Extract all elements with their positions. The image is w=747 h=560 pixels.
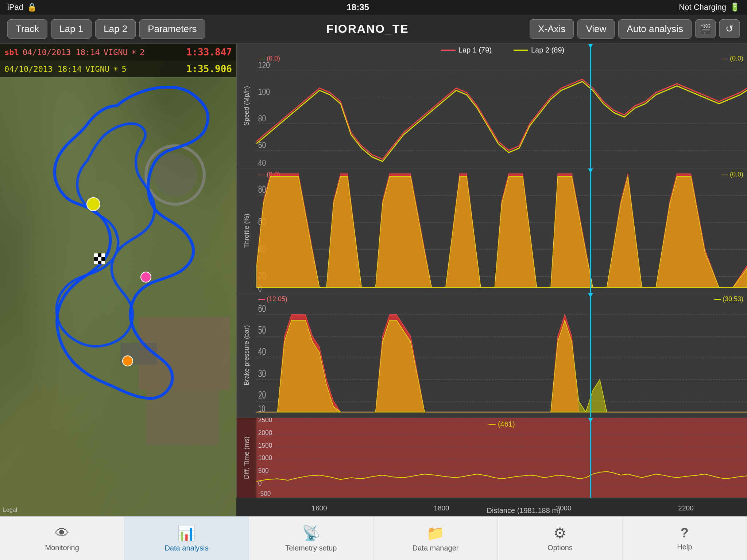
brake-cursor <box>590 293 591 417</box>
telemetry-setup-icon: 📡 <box>302 525 320 542</box>
speed-legend-lap1-label: Lap 1 (79) <box>458 46 492 54</box>
options-icon: ⚙ <box>553 525 566 541</box>
speed-legend-lap2-label: Lap 2 (89) <box>531 46 564 54</box>
speed-chart-content: — (0.0) — (0.0) 120 100 80 60 <box>256 44 747 168</box>
autoanalysis-button[interactable]: Auto analysis <box>618 19 692 39</box>
tab-data-analysis[interactable]: 📊 Data analysis <box>124 517 249 560</box>
lap1-label: sbl <box>4 48 19 57</box>
svg-text:2000: 2000 <box>258 429 272 436</box>
svg-text:80: 80 <box>258 113 266 124</box>
speed-chart: Speed (Mp/h) Lap 1 (79) Lap 2 (89) — (0.… <box>236 44 747 168</box>
tab-monitoring-label: Monitoring <box>45 544 79 552</box>
view-button[interactable]: View <box>577 19 615 39</box>
tab-options-label: Options <box>547 544 573 552</box>
svg-text:100: 100 <box>258 87 270 97</box>
tab-options[interactable]: ⚙ Options <box>498 517 622 560</box>
brake-chart-content: — (12.05) — (30.53) 60 50 40 30 20 10 <box>256 293 747 417</box>
diff-cursor <box>590 418 591 498</box>
track-svg <box>0 44 236 516</box>
charging-status: Not Charging <box>679 3 726 12</box>
svg-point-17 <box>123 356 133 366</box>
lap1-line-indicator <box>441 50 456 51</box>
svg-rect-0 <box>0 44 236 516</box>
svg-marker-38 <box>256 176 747 287</box>
svg-rect-10 <box>94 257 98 261</box>
brake-y-label: Brake pressure (bar) <box>236 293 256 417</box>
tab-monitoring[interactable]: 👁 Monitoring <box>0 517 124 560</box>
diff-y-label: Diff. Time (ms) <box>236 418 256 498</box>
tab-help[interactable]: ? Help <box>623 517 747 560</box>
lap2-button[interactable]: Lap 2 <box>95 19 136 39</box>
diff-chart: Diff. Time (ms) — (461) 2500 2000 1500 1… <box>236 418 747 498</box>
tab-data-manager-label: Data manager <box>413 544 459 552</box>
tab-data-manager[interactable]: 📁 Data manager <box>374 517 498 560</box>
legal-text: Legal <box>3 507 17 513</box>
track-button[interactable]: Track <box>7 19 47 39</box>
lap1-button[interactable]: Lap 1 <box>51 19 92 39</box>
lap2-time: 1:35.906 <box>186 63 232 74</box>
svg-rect-11 <box>98 257 101 261</box>
diff-chart-content: — (461) 2500 2000 1500 1000 500 0 <box>256 418 747 498</box>
speed-y-label: Speed (Mp/h) <box>236 44 256 168</box>
lap2-row: 04/10/2013 18:14 VIGNU ☀ 5 1:35.906 <box>0 61 236 77</box>
status-right: Not Charging 🔋 <box>679 3 740 12</box>
svg-text:40: 40 <box>258 158 266 168</box>
lap2-driver: VIGNU <box>85 65 109 74</box>
main-content: sbl 04/10/2013 18:14 VIGNU ☀ 2 1:33.847 … <box>0 44 747 516</box>
xaxis-button[interactable]: X-Axis <box>530 19 574 39</box>
parameters-button[interactable]: Parameters <box>139 19 205 39</box>
brake-chart-svg: 60 50 40 30 20 10 <box>256 293 747 417</box>
svg-text:1000: 1000 <box>258 454 272 462</box>
speed-legend: Lap 1 (79) Lap 2 (89) <box>258 46 747 54</box>
help-icon: ? <box>681 525 689 541</box>
speed-chart-svg: 120 100 80 60 40 <box>256 44 747 168</box>
lap2-date: 04/10/2013 18:14 <box>4 65 82 74</box>
throttle-cursor <box>590 168 591 293</box>
status-bar: iPad 🔒 18:35 Not Charging 🔋 <box>0 0 747 15</box>
monitoring-icon: 👁 <box>55 525 69 541</box>
status-left: iPad 🔒 <box>7 3 37 12</box>
throttle-chart-svg: 80 60 40 20 0 <box>256 168 747 293</box>
svg-text:40: 40 <box>258 345 266 357</box>
svg-rect-12 <box>101 257 105 261</box>
data-manager-icon: 📁 <box>426 525 445 542</box>
svg-rect-7 <box>94 253 98 257</box>
svg-rect-14 <box>98 261 101 264</box>
speed-cursor-triangle <box>588 44 593 48</box>
svg-point-18 <box>141 272 151 282</box>
throttle-chart-content: — (0.0) — (0.0) 80 60 40 20 0 <box>256 168 747 293</box>
lap1-time: 1:33.847 <box>186 47 232 58</box>
apple-logo: 🔒 <box>27 3 37 12</box>
svg-text:50: 50 <box>258 324 266 336</box>
svg-rect-9 <box>101 253 105 257</box>
tab-data-analysis-label: Data analysis <box>165 544 208 552</box>
svg-text:120: 120 <box>258 60 270 70</box>
track-title: FIORANO_TE <box>209 22 526 36</box>
lap1-sun: ☀ <box>131 48 136 57</box>
battery-icon: 🔋 <box>730 3 740 12</box>
brake-chart: Brake pressure (bar) — (12.05) — (30.53)… <box>236 293 747 418</box>
lap2-num: 5 <box>121 65 126 74</box>
refresh-icon-button[interactable]: ↺ <box>719 19 740 38</box>
brake-cursor-triangle <box>588 293 593 298</box>
speed-legend-lap2: Lap 2 (89) <box>514 46 564 54</box>
svg-text:10: 10 <box>258 403 265 414</box>
data-analysis-icon: 📊 <box>177 525 196 542</box>
film-icon-button[interactable]: 🎬 <box>695 19 716 38</box>
lap2-sun: ☀ <box>113 65 118 74</box>
svg-text:20: 20 <box>258 389 266 401</box>
svg-text:2500: 2500 <box>258 418 272 424</box>
lap1-date: 04/10/2013 18:14 <box>23 48 100 57</box>
tab-bar: 👁 Monitoring 📊 Data analysis 📡 Telemetry… <box>0 516 747 560</box>
lap1-row: sbl 04/10/2013 18:14 VIGNU ☀ 2 1:33.847 <box>0 44 236 61</box>
tab-help-label: Help <box>677 543 692 551</box>
svg-text:500: 500 <box>258 467 269 474</box>
svg-rect-13 <box>94 261 98 264</box>
svg-text:1500: 1500 <box>258 442 272 449</box>
svg-text:-500: -500 <box>258 490 271 497</box>
throttle-chart: Throttle (%) — (0.0) — (0.0) 80 60 40 20… <box>236 168 747 293</box>
speed-legend-lap1: Lap 1 (79) <box>441 46 492 54</box>
map-panel: sbl 04/10/2013 18:14 VIGNU ☀ 2 1:33.847 … <box>0 44 236 516</box>
tab-telemetry-setup[interactable]: 📡 Telemetry setup <box>249 517 374 560</box>
diff-cursor-triangle <box>588 418 593 422</box>
